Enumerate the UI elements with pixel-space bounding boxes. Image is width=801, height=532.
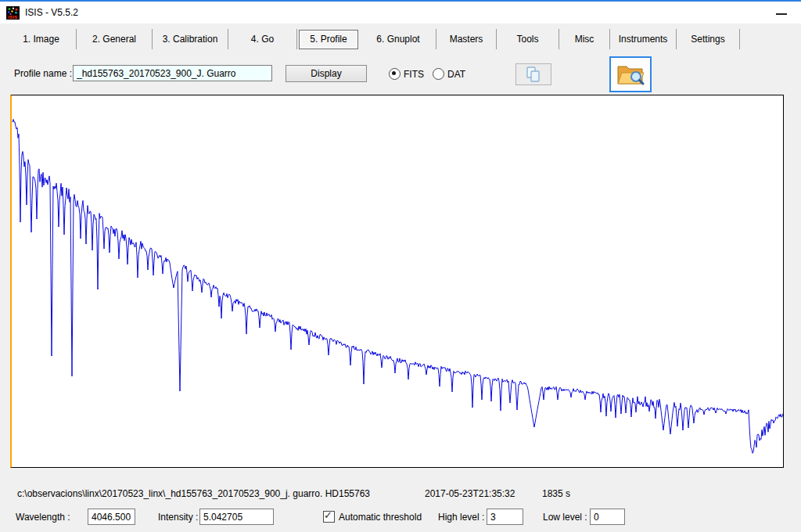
tab-gnuplot[interactable]: 6. Gnuplot	[361, 29, 436, 49]
tab-separator	[296, 29, 297, 49]
dat-radio[interactable]	[433, 68, 444, 80]
tab-instruments[interactable]: Instruments	[610, 29, 676, 49]
copy-icon	[524, 65, 543, 84]
fits-radio-dot	[392, 71, 396, 75]
folder-search-icon	[616, 63, 645, 86]
wavelength-field[interactable]	[88, 509, 135, 525]
tab-profile[interactable]: 5. Profile	[299, 30, 358, 49]
tab-settings[interactable]: Settings	[677, 29, 739, 49]
tab-tools[interactable]: Tools	[497, 29, 559, 49]
dat-radio-label: DAT	[447, 69, 465, 80]
tab-bar: 1. Image 2. General 3. Calibration 4. Go…	[0, 28, 801, 50]
svg-text:ISIS: ISIS	[8, 15, 17, 20]
tab-go[interactable]: 4. Go	[228, 29, 296, 49]
tab-general[interactable]: 2. General	[77, 29, 152, 49]
tab-calibration[interactable]: 3. Calibration	[153, 29, 228, 49]
profile-name-input[interactable]	[73, 65, 272, 81]
automatic-threshold-checkbox[interactable]: ✓	[323, 511, 335, 523]
copy-profile-button[interactable]	[515, 63, 551, 85]
titlebar: ISIS ISIS - V5.5.2	[0, 2, 801, 23]
checkmark-icon: ✓	[324, 509, 332, 521]
tab-separator	[739, 29, 740, 49]
spectrum-trace	[12, 95, 783, 466]
tab-image[interactable]: 1. Image	[6, 29, 76, 49]
exposure-time: 1835 s	[542, 488, 570, 499]
profile-name-label: Profile name :	[14, 68, 72, 79]
file-path: c:\observacions\linx\20170523_linx\_hd15…	[17, 488, 370, 499]
low-level-label: Low level :	[543, 512, 587, 523]
automatic-threshold-label: Automatic threshold	[339, 512, 422, 523]
minimize-button[interactable]	[776, 13, 787, 15]
wavelength-label: Wavelength :	[16, 512, 70, 523]
display-button[interactable]: Display	[286, 65, 367, 82]
app-icon: ISIS	[6, 6, 20, 20]
observation-timestamp: 2017-05-23T21:35:32	[425, 488, 515, 499]
low-level-field[interactable]	[590, 509, 625, 525]
fits-radio[interactable]	[389, 68, 400, 80]
spectrum-plot-area[interactable]	[10, 95, 784, 468]
high-level-field[interactable]	[487, 509, 523, 525]
tab-masters[interactable]: Masters	[436, 29, 496, 49]
intensity-label: Intensity :	[158, 512, 198, 523]
high-level-label: High level :	[438, 512, 484, 523]
open-profile-button[interactable]	[609, 56, 652, 92]
isis-window: ISIS ISIS - V5.5.2 1. Image 2. General 3…	[0, 0, 801, 532]
intensity-field[interactable]	[199, 509, 274, 525]
tab-misc[interactable]: Misc	[559, 29, 609, 49]
window-title: ISIS - V5.5.2	[25, 7, 78, 18]
fits-radio-label: FITS	[404, 69, 424, 80]
